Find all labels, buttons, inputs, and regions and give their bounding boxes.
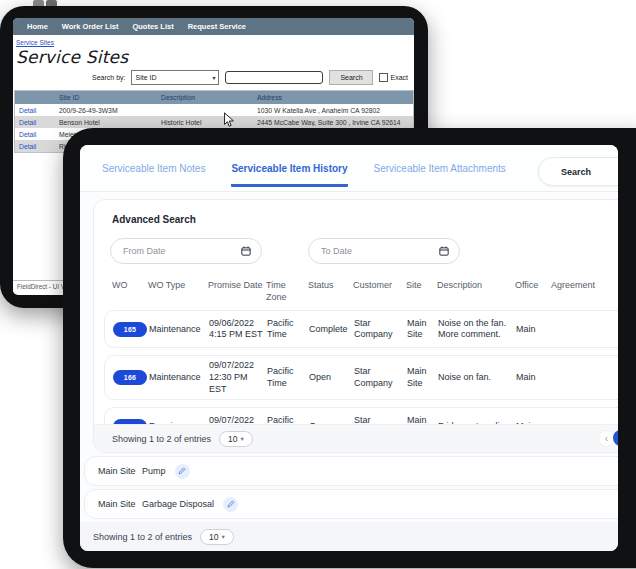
history-table-header: WO WO Type Promise Date Time Zone Status…	[94, 280, 618, 303]
pencil-icon	[178, 467, 186, 475]
item-name: Pump	[142, 466, 166, 476]
front-tablet-screen: Serviceable Item Notes Serviceable Item …	[80, 145, 618, 551]
edit-item-button[interactable]	[223, 497, 238, 512]
breadcrumb: Service Sites	[13, 35, 414, 46]
advanced-search-title: Advanced Search	[112, 214, 618, 225]
cell-description: Historic Hotel	[161, 119, 257, 126]
cell-status: Open	[309, 372, 354, 384]
page-size-value: 10	[209, 532, 218, 542]
cell-customer: Star Company	[354, 366, 407, 389]
caret-down-icon: ▾	[222, 533, 225, 541]
nav-request-service[interactable]: Request Service	[188, 22, 246, 31]
item-site: Main Site	[98, 499, 142, 509]
header-address[interactable]: Address	[257, 94, 413, 101]
tab-serviceable-item-attachments[interactable]: Serviceable Item Attachments	[374, 163, 506, 187]
cell-office: Main	[516, 324, 552, 336]
detail-link[interactable]: Detail	[19, 131, 59, 138]
exact-match-option: Exact	[379, 73, 408, 82]
table-header-row: Site ID Description Address	[15, 91, 413, 104]
detail-link[interactable]: Detail	[19, 107, 59, 114]
top-navbar: Home Work Order List Quotes List Request…	[13, 18, 414, 35]
cell-office: Main	[516, 372, 552, 384]
table-row: Detail 200/9-26-49-3W3M 1030 W Katella A…	[15, 104, 413, 116]
header-description[interactable]: Description	[161, 94, 257, 101]
edit-item-button[interactable]	[175, 464, 190, 479]
search-controls: Search by: Site ID ▾ Search Exact	[13, 67, 414, 88]
serviceable-item-row[interactable]: Main Site Garbage Disposal	[84, 489, 618, 519]
calendar-icon	[241, 246, 251, 256]
page-size-value: 10	[228, 434, 237, 444]
to-date-input[interactable]	[319, 245, 409, 257]
page-title: Service Sites	[13, 46, 414, 67]
cell-time-zone: Pacific Time	[267, 318, 309, 341]
cell-promise-date: 09/06/2022 4:15 PM EST	[209, 318, 267, 341]
col-wo-type: WO Type	[148, 280, 208, 303]
search-button[interactable]: Search	[538, 157, 618, 186]
nav-home[interactable]: Home	[27, 22, 48, 31]
detail-link[interactable]: Detail	[19, 119, 59, 126]
showing-entries-label: Showing 1 to 2 of entries	[93, 532, 192, 542]
cell-wo-type: Maintenance	[149, 324, 209, 336]
date-filters	[110, 238, 618, 264]
search-button[interactable]: Search	[329, 70, 373, 85]
cell-promise-date: 09/07/2022 12:30 PM EST	[209, 360, 267, 395]
col-time-zone: Time Zone	[266, 280, 308, 303]
work-order-row[interactable]: 166 Maintenance 09/07/2022 12:30 PM EST …	[104, 355, 618, 400]
page-size-select[interactable]: 10 ▾	[219, 431, 253, 447]
detail-link[interactable]: Detail	[19, 143, 59, 150]
cell-description: Noise on fan.	[438, 372, 516, 384]
header-site-id[interactable]: Site ID	[59, 94, 161, 101]
to-date-field[interactable]	[308, 238, 460, 264]
select-caret-icon: ▾	[212, 74, 215, 81]
page-size-select[interactable]: 10 ▾	[200, 529, 234, 545]
col-wo: WO	[112, 280, 148, 303]
col-customer: Customer	[353, 280, 406, 303]
work-order-row[interactable]: 165 Maintenance 09/06/2022 4:15 PM EST P…	[104, 310, 618, 348]
previous-page-button[interactable]: ‹	[599, 431, 614, 446]
item-site: Main Site	[98, 466, 142, 476]
nav-quotes-list[interactable]: Quotes List	[132, 22, 173, 31]
cell-wo-type: Maintenance	[149, 372, 209, 384]
items-pagination: Showing 1 to 2 of entries 10 ▾	[80, 522, 618, 551]
cell-site-id: Benson Hotel	[59, 119, 161, 126]
from-date-field[interactable]	[110, 238, 262, 264]
breadcrumb-service-sites-link[interactable]: Service Sites	[16, 39, 54, 46]
tab-serviceable-item-history[interactable]: Serviceable Item History	[231, 163, 347, 187]
col-site: Site	[406, 280, 437, 303]
cell-site: Main Site	[407, 318, 438, 341]
search-field-select[interactable]: Site ID ▾	[131, 70, 219, 85]
cell-site: Main Site	[407, 366, 438, 389]
cell-description: Noise on the fan. More comment.	[438, 318, 516, 341]
history-card: Advanced Search	[93, 199, 618, 453]
table-row: Detail Benson Hotel Historic Hotel 2445 …	[15, 116, 413, 128]
calendar-icon	[439, 246, 449, 256]
exact-label: Exact	[390, 74, 408, 81]
serviceable-item-row[interactable]: Main Site Pump	[84, 456, 618, 486]
col-agreement: Agreement	[551, 280, 601, 303]
from-date-input[interactable]	[121, 245, 211, 257]
cell-time-zone: Pacific Time	[267, 366, 309, 389]
cell-address: 2445 McCabe Way, Suite 300 , Irvine CA 9…	[257, 119, 413, 126]
col-description: Description	[437, 280, 515, 303]
cell-address: 1030 W Katella Ave , Anaheim CA 92802	[257, 107, 413, 114]
wo-number-badge[interactable]: 166	[113, 370, 147, 385]
showing-entries-label: Showing 1 to 2 of entries	[112, 434, 211, 444]
search-field-selected-value: Site ID	[135, 74, 156, 81]
cell-customer: Star Company	[354, 318, 407, 341]
search-input[interactable]	[225, 71, 323, 84]
tab-serviceable-item-notes[interactable]: Serviceable Item Notes	[102, 163, 205, 187]
front-tablet-frame: Serviceable Item Notes Serviceable Item …	[63, 128, 636, 568]
mouse-cursor-icon	[223, 112, 235, 128]
caret-down-icon: ▾	[241, 435, 244, 443]
nav-work-order-list[interactable]: Work Order List	[62, 22, 119, 31]
search-by-label: Search by:	[92, 74, 125, 81]
pencil-icon	[227, 500, 235, 508]
col-promise-date: Promise Date	[208, 280, 266, 303]
wo-number-badge[interactable]: 165	[113, 322, 147, 337]
exact-checkbox[interactable]	[379, 73, 388, 82]
cell-status: Complete	[309, 324, 354, 336]
current-page-indicator[interactable]	[613, 430, 618, 446]
table-pagination: Showing 1 to 2 of entries 10 ▾ ‹	[94, 424, 618, 452]
cell-site-id: 200/9-26-49-3W3M	[59, 107, 161, 114]
col-office: Office	[515, 280, 551, 303]
